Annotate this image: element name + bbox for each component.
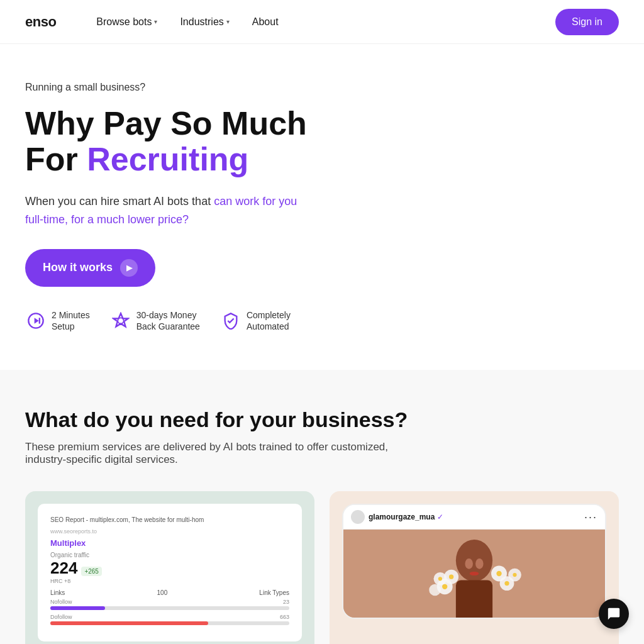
bar-value-dofollow: 663: [280, 614, 289, 620]
bar-label-nofollow: Nofollow: [50, 599, 72, 605]
nav-browse-bots[interactable]: Browse bots ▾: [87, 11, 166, 33]
seo-bar-nofollow: [50, 606, 289, 610]
play-icon: ▶: [120, 259, 138, 277]
sign-in-button[interactable]: Sign in: [555, 9, 619, 35]
seo-link-types-label: Link Types: [259, 589, 289, 596]
logo[interactable]: enso: [25, 14, 56, 30]
verified-icon: ✓: [437, 513, 443, 521]
svg-point-18: [449, 575, 453, 579]
services-section: What do you need for your business? Thes…: [0, 370, 644, 644]
nav-industries[interactable]: Industries ▾: [171, 11, 238, 33]
seo-bars: Nofollow 23 Dofollow 663: [50, 599, 289, 625]
how-it-works-button[interactable]: How it works ▶: [25, 249, 155, 287]
seo-hrc: HRC +8: [50, 578, 102, 584]
fast-forward-icon: [25, 310, 47, 331]
social-profile: glamourgaze_mua ✓: [351, 510, 443, 524]
seo-links-value: 100: [157, 589, 168, 596]
nav-about[interactable]: About: [243, 11, 287, 33]
svg-point-8: [475, 558, 483, 569]
seo-card-inner: SEO Report - multiplex.com, The website …: [38, 504, 302, 641]
hero-section: Running a small business? Why Pay So Muc…: [0, 44, 644, 332]
svg-point-21: [496, 571, 501, 576]
svg-point-17: [438, 577, 442, 581]
seo-card-header: SEO Report - multiplex.com, The website …: [50, 516, 289, 523]
hero-eyebrow: Running a small business?: [25, 82, 619, 93]
services-subtitle: These premium services are delivered by …: [25, 441, 402, 466]
seo-traffic-label: Organic traffic: [50, 552, 102, 558]
social-card[interactable]: glamourgaze_mua ✓ ···: [330, 491, 619, 644]
services-title: What do you need for your business?: [25, 408, 619, 432]
chat-button[interactable]: [599, 599, 629, 629]
seo-traffic-badge: +265: [81, 567, 102, 576]
navbar: enso Browse bots ▾ Industries ▾ About Si…: [0, 0, 644, 44]
hero-title: Why Pay So Much For Recruiting: [25, 106, 619, 177]
hero-subtitle: When you can hire smart AI bots that can…: [25, 192, 314, 229]
seo-bar-dofollow: [50, 621, 289, 625]
nav-right: Sign in: [555, 9, 619, 35]
seo-card[interactable]: SEO Report - multiplex.com, The website …: [25, 491, 314, 644]
svg-point-22: [470, 572, 479, 575]
nav-links: Browse bots ▾ Industries ▾ About: [87, 11, 555, 33]
trust-badge-automated: Completely Automated: [220, 309, 291, 332]
social-header-bar: glamourgaze_mua ✓ ···: [343, 505, 605, 530]
social-avatar: [351, 510, 365, 524]
social-post-image: [343, 530, 605, 618]
more-options-icon[interactable]: ···: [584, 511, 597, 524]
bar-value-nofollow: 23: [283, 599, 289, 605]
svg-point-19: [504, 581, 509, 586]
svg-point-3: [118, 318, 123, 323]
svg-point-16: [442, 584, 447, 589]
shield-check-icon: [220, 310, 242, 331]
social-username: glamourgaze_mua: [369, 513, 435, 521]
seo-url: www.seoreports.to: [50, 528, 289, 535]
trust-badge-guarantee: 30-days Money Back Guarantee: [110, 309, 200, 332]
svg-point-12: [429, 584, 441, 596]
services-cards: SEO Report - multiplex.com, The website …: [25, 491, 619, 644]
trust-badge-setup: 2 Minutes Setup: [25, 309, 90, 332]
svg-marker-1: [35, 318, 39, 323]
chevron-down-icon: ▾: [226, 18, 230, 25]
hero-title-accent: Recruiting: [87, 141, 248, 177]
guarantee-icon: [110, 310, 131, 331]
seo-traffic-value: 224: [50, 558, 77, 578]
chevron-down-icon: ▾: [154, 18, 157, 25]
seo-links-label: Links: [50, 589, 65, 596]
svg-point-7: [465, 558, 472, 569]
trust-badges: 2 Minutes Setup 30-days Money Back Guara…: [25, 309, 619, 332]
svg-point-20: [513, 573, 516, 577]
svg-rect-6: [456, 580, 492, 618]
bar-label-dofollow: Dofollow: [50, 614, 72, 620]
social-phone-mockup: glamourgaze_mua ✓ ···: [342, 504, 606, 619]
seo-site-name: Multiplex: [50, 538, 289, 548]
seo-traffic-row: Organic traffic 224 +265 HRC +8: [50, 552, 289, 584]
